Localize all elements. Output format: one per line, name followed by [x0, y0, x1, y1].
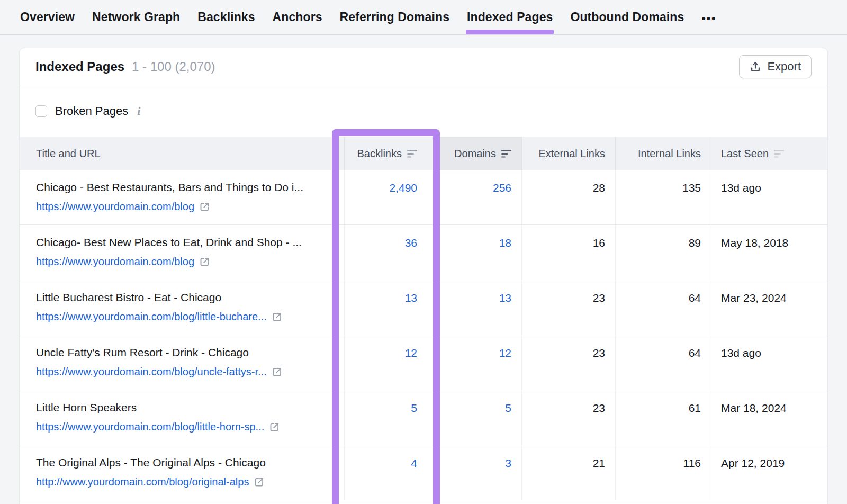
broken-pages-checkbox[interactable]: [35, 105, 47, 117]
url-text: http://www.yourdomain.com/blog/original-…: [36, 476, 249, 488]
domains-cell: 256: [433, 170, 521, 224]
column-header-external-links: External Links: [521, 137, 615, 170]
broken-pages-label: Broken Pages: [55, 104, 128, 118]
external-links-cell: 23: [521, 390, 615, 445]
upload-icon: [750, 61, 761, 73]
table-row: Chicago - Best Restaurants, Bars and Thi…: [20, 170, 827, 225]
page-url-link[interactable]: https://www.yourdomain.com/blog: [36, 201, 344, 213]
tab-overview[interactable]: Overview: [20, 0, 75, 34]
last-seen-value: Mar 18, 2024: [721, 402, 787, 414]
external-links-value: 28: [593, 182, 605, 194]
tabs-more-button[interactable]: •••: [701, 0, 716, 34]
last-seen-value: Apr 12, 2019: [721, 457, 785, 469]
sort-icon[interactable]: [501, 150, 511, 158]
column-label: Title and URL: [36, 148, 101, 160]
indexed-pages-card: Indexed Pages 1 - 100 (2,070) Export Bro…: [19, 48, 828, 504]
backlinks-value-link[interactable]: 36: [405, 237, 417, 249]
backlinks-value-link[interactable]: 12: [405, 347, 417, 359]
domains-cell: 18: [433, 225, 521, 280]
ellipsis-icon: •••: [701, 12, 716, 25]
external-link-icon[interactable]: [269, 421, 280, 433]
last-seen-value: 13d ago: [721, 182, 761, 194]
sort-icon[interactable]: [774, 150, 784, 158]
title-url-cell: The Original Alps - The Original Alps - …: [20, 445, 344, 500]
sort-icon[interactable]: [407, 150, 417, 158]
info-icon[interactable]: i: [136, 104, 141, 118]
backlinks-value-link[interactable]: 5: [411, 402, 417, 414]
backlinks-cell: 4: [344, 445, 433, 500]
external-links-cell: 23: [521, 335, 615, 390]
title-url-cell: Chicago- Best New Places to Eat, Drink a…: [20, 225, 344, 280]
external-link-icon[interactable]: [199, 256, 210, 267]
backlinks-cell: 13: [344, 280, 433, 335]
domains-value-link[interactable]: 256: [493, 182, 511, 194]
internal-links-cell: 135: [615, 170, 711, 224]
internal-links-cell: 64: [615, 335, 711, 390]
table-row: Chicago- Best New Places to Eat, Drink a…: [20, 225, 827, 280]
external-links-value: 23: [593, 347, 605, 359]
backlinks-cell: 12: [344, 335, 433, 390]
page-title-text: Little Horn Speakers: [36, 401, 344, 415]
external-links-cell: 21: [521, 445, 615, 500]
tab-anchors[interactable]: Anchors: [273, 0, 322, 34]
domains-value-link[interactable]: 3: [505, 457, 511, 469]
last-seen-cell: Mar 23, 2024: [711, 280, 827, 335]
page-url-link[interactable]: https://www.yourdomain.com/blog/uncle-fa…: [36, 366, 344, 378]
page-url-link[interactable]: https://www.yourdomain.com/blog/little-b…: [36, 311, 344, 323]
last-seen-value: Mar 23, 2024: [721, 292, 787, 304]
title-url-cell: Little Bucharest Bistro - Eat - Chicago …: [20, 280, 344, 335]
column-header-last-seen[interactable]: Last Seen: [711, 137, 827, 170]
page-title: Indexed Pages: [35, 59, 124, 74]
tab-label: Outbound Domains: [570, 10, 684, 24]
card-header: Indexed Pages 1 - 100 (2,070) Export: [20, 48, 827, 85]
domains-cell: 5: [433, 390, 521, 445]
tab-backlinks[interactable]: Backlinks: [197, 0, 255, 34]
external-link-icon[interactable]: [272, 366, 283, 377]
tab-indexed-pages[interactable]: Indexed Pages: [467, 0, 553, 34]
external-links-cell: 16: [521, 225, 615, 280]
backlinks-value-link[interactable]: 2,490: [389, 182, 417, 194]
external-link-icon[interactable]: [272, 311, 283, 322]
domains-value-link[interactable]: 12: [499, 347, 511, 359]
domains-value-link[interactable]: 5: [505, 402, 511, 414]
internal-links-cell: 64: [615, 280, 711, 335]
column-header-backlinks[interactable]: Backlinks: [344, 137, 433, 170]
url-text: https://www.yourdomain.com/blog/uncle-fa…: [36, 366, 267, 378]
page-title-text: Little Bucharest Bistro - Eat - Chicago: [36, 291, 344, 304]
internal-links-value: 64: [689, 347, 701, 359]
tab-label: Indexed Pages: [467, 10, 553, 24]
tab-network-graph[interactable]: Network Graph: [92, 0, 180, 34]
url-text: https://www.yourdomain.com/blog: [36, 256, 194, 268]
page-title-text: The Original Alps - The Original Alps - …: [36, 456, 344, 470]
domains-cell: 13: [433, 280, 521, 335]
external-links-value: 21: [593, 457, 605, 469]
last-seen-cell: 13d ago: [711, 170, 827, 224]
external-link-icon[interactable]: [254, 476, 265, 488]
tab-referring-domains[interactable]: Referring Domains: [340, 0, 449, 34]
page-title-text: Chicago - Best Restaurants, Bars and Thi…: [36, 181, 344, 194]
tab-label: Backlinks: [197, 10, 255, 24]
backlinks-value-link[interactable]: 4: [411, 457, 417, 469]
page-url-link[interactable]: http://www.yourdomain.com/blog/original-…: [36, 476, 344, 488]
page-url-link[interactable]: https://www.yourdomain.com/blog: [36, 256, 344, 268]
tab-label: Overview: [20, 10, 75, 24]
last-seen-cell: Mar 18, 2024: [711, 390, 827, 445]
url-text: https://www.yourdomain.com/blog/little-b…: [36, 311, 267, 323]
backlinks-value-link[interactable]: 13: [405, 292, 417, 304]
export-button[interactable]: Export: [739, 55, 812, 78]
last-seen-cell: Apr 12, 2019: [711, 445, 827, 500]
internal-links-cell: 116: [615, 445, 711, 500]
last-seen-cell: May 18, 2018: [711, 225, 827, 280]
domains-value-link[interactable]: 18: [499, 237, 511, 249]
table-row: Little Horn Speakers https://www.yourdom…: [20, 390, 827, 445]
external-link-icon[interactable]: [199, 201, 210, 212]
tab-outbound-domains[interactable]: Outbound Domains: [570, 0, 684, 34]
tab-label: Anchors: [273, 10, 322, 24]
page-url-link[interactable]: https://www.yourdomain.com/blog/little-h…: [36, 421, 344, 433]
column-header-domains[interactable]: Domains: [433, 137, 521, 170]
tab-label: Network Graph: [92, 10, 180, 24]
table-row: Uncle Fatty's Rum Resort - Drink - Chica…: [20, 335, 827, 390]
table-row: The Original Alps - The Original Alps - …: [20, 445, 827, 500]
table-row: Little Bucharest Bistro - Eat - Chicago …: [20, 280, 827, 335]
domains-value-link[interactable]: 13: [499, 292, 511, 304]
